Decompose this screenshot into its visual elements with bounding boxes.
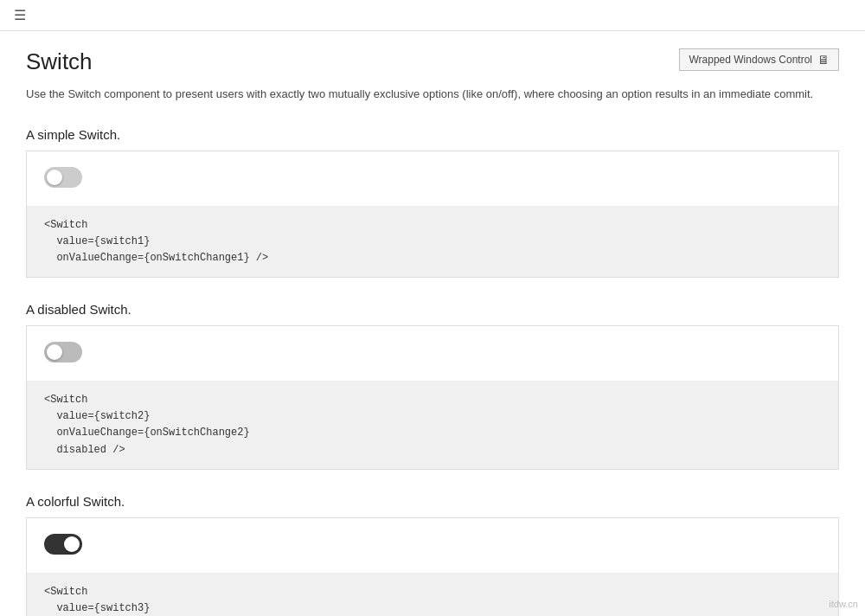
main-content: Switch Wrapped Windows Control 🖥 Use the… [0,31,865,616]
colorful-switch-demo-box: <Switch value={switch3} onValueChange={o… [26,517,839,616]
colorful-switch-track[interactable] [44,534,82,555]
colorful-switch[interactable] [44,534,82,555]
simple-switch-title: A simple Switch. [26,127,839,142]
top-bar: ☰ [0,0,865,31]
disabled-switch-section: A disabled Switch. <Switch value={switch… [26,302,839,470]
simple-switch-thumb [47,170,62,185]
colorful-switch-title: A colorful Switch. [26,494,839,509]
page-header: Switch Wrapped Windows Control 🖥 [26,48,839,75]
page-description: Use the Switch component to present user… [26,86,839,103]
page-title: Switch [26,48,93,75]
simple-switch-section: A simple Switch. <Switch value={switch1}… [26,127,839,279]
wrapped-windows-control-badge[interactable]: Wrapped Windows Control 🖥 [679,48,839,71]
disabled-switch-track [44,342,82,363]
colorful-switch-thumb [64,536,80,552]
badge-label: Wrapped Windows Control [689,54,812,66]
disabled-switch-code: <Switch value={switch2} onValueChange={o… [27,382,838,469]
monitor-icon: 🖥 [817,53,830,67]
disabled-switch-title: A disabled Switch. [26,302,839,317]
colorful-switch-code: <Switch value={switch3} onValueChange={o… [27,574,838,616]
colorful-switch-section: A colorful Switch. <Switch value={switch… [26,494,839,616]
disabled-switch [44,342,82,363]
menu-icon[interactable]: ☰ [14,7,26,23]
colorful-switch-preview [27,518,838,574]
simple-switch-track[interactable] [44,167,82,188]
simple-switch-code: <Switch value={switch1} onValueChange={o… [27,207,838,278]
watermark: itdw.cn [829,599,858,609]
simple-switch[interactable] [44,167,82,188]
simple-switch-demo-box: <Switch value={switch1} onValueChange={o… [26,151,839,279]
disabled-switch-demo-box: <Switch value={switch2} onValueChange={o… [26,325,839,470]
simple-switch-preview [27,151,838,207]
disabled-switch-thumb [47,344,62,360]
disabled-switch-preview [27,326,838,382]
